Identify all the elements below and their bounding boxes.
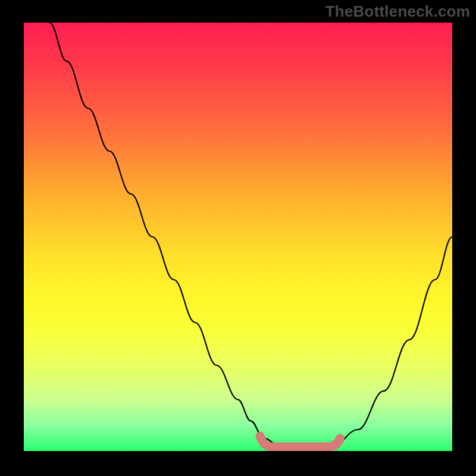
chart-container: TheBottleneck.com [0, 0, 476, 476]
chart-svg [24, 23, 452, 451]
chart-lines [49, 23, 452, 451]
bottleneck-curve-line [49, 23, 452, 451]
watermark-text: TheBottleneck.com [325, 2, 470, 21]
plot-frame [24, 23, 452, 451]
